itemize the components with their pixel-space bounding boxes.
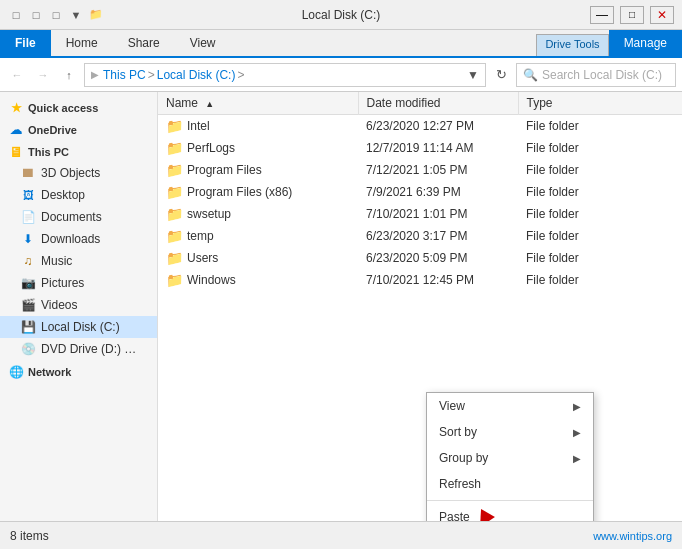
downloads-icon: ⬇ <box>20 231 36 247</box>
close-button[interactable]: ✕ <box>650 6 674 24</box>
file-name: PerfLogs <box>187 141 235 155</box>
refresh-button[interactable]: ↻ <box>490 64 512 86</box>
submenu-arrow: ▶ <box>573 453 581 464</box>
search-box[interactable]: 🔍 Search Local Disk (C:) <box>516 63 676 87</box>
sidebar-item-videos[interactable]: 🎬 Videos <box>0 294 157 316</box>
sidebar-item-music[interactable]: ♫ Music <box>0 250 157 272</box>
column-type[interactable]: Type <box>518 92 682 115</box>
sidebar-label-music: Music <box>41 254 72 268</box>
forward-button[interactable]: → <box>32 64 54 86</box>
window-title: Local Disk (C:) <box>302 8 381 22</box>
table-row[interactable]: 📁 temp 6/23/2020 3:17 PM File folder <box>158 225 682 247</box>
sidebar-item-pictures[interactable]: 📷 Pictures <box>0 272 157 294</box>
breadcrumb-thispc[interactable]: This PC <box>103 68 146 82</box>
maximize-button[interactable]: □ <box>620 6 644 24</box>
file-date: 6/23/2020 3:17 PM <box>358 225 518 247</box>
folder-icon: 📁 <box>166 206 182 222</box>
file-name-cell: 📁 Program Files (x86) <box>166 184 350 200</box>
sidebar-item-downloads[interactable]: ⬇ Downloads <box>0 228 157 250</box>
menu-item-groupby[interactable]: Group by▶ <box>427 445 593 471</box>
tab-drivetools-label: Drive Tools <box>536 34 608 56</box>
sidebar-item-desktop[interactable]: 🖼 Desktop <box>0 184 157 206</box>
address-path[interactable]: ▶ This PC > Local Disk (C:) > ▼ <box>84 63 486 87</box>
menu-item-sortby[interactable]: Sort by▶ <box>427 419 593 445</box>
file-name: temp <box>187 229 214 243</box>
sidebar-label-documents: Documents <box>41 210 102 224</box>
title-bar-controls: □ □ □ ▼ 📁 <box>8 7 104 23</box>
sidebar-item-onedrive[interactable]: ☁ OneDrive <box>0 118 157 140</box>
file-date: 6/23/2020 12:27 PM <box>358 115 518 138</box>
folder-icon: 📁 <box>88 7 104 23</box>
localdisk-icon: 💾 <box>20 319 36 335</box>
documents-icon: 📄 <box>20 209 36 225</box>
tab-manage[interactable]: Manage <box>609 30 682 56</box>
menu-item-label: Group by <box>439 451 488 465</box>
folder-icon: 📁 <box>166 250 182 266</box>
network-icon: 🌐 <box>8 364 24 380</box>
sidebar-label-dvd: DVD Drive (D:) CCS <box>41 342 141 356</box>
tab-home[interactable]: Home <box>51 30 113 56</box>
minimize-button[interactable]: — <box>590 6 614 24</box>
sidebar-item-quickaccess[interactable]: ★ Quick access <box>0 96 157 118</box>
column-datemodified[interactable]: Date modified <box>358 92 518 115</box>
context-menu: View▶Sort by▶Group by▶RefreshPastePaste … <box>426 392 594 521</box>
sidebar-item-network[interactable]: 🌐 Network <box>0 360 157 382</box>
file-date: 12/7/2019 11:14 AM <box>358 137 518 159</box>
file-type: File folder <box>518 247 682 269</box>
status-bar: 8 items www.wintips.org <box>0 521 682 549</box>
file-name-cell: 📁 Intel <box>166 118 350 134</box>
table-row[interactable]: 📁 Windows 7/10/2021 12:45 PM File folder <box>158 269 682 291</box>
sidebar-label-desktop: Desktop <box>41 188 85 202</box>
sidebar-item-3dobjects[interactable]: ⯀ 3D Objects <box>0 162 157 184</box>
file-name-cell: 📁 Users <box>166 250 350 266</box>
file-list-table: Name ▲ Date modified Type 📁 Intel <box>158 92 682 291</box>
3dobjects-icon: ⯀ <box>20 165 36 181</box>
file-date: 7/12/2021 1:05 PM <box>358 159 518 181</box>
sidebar-item-localdisk[interactable]: 💾 Local Disk (C:) <box>0 316 157 338</box>
column-name[interactable]: Name ▲ <box>158 92 358 115</box>
folder-icon: 📁 <box>166 140 182 156</box>
menu-item-label: Sort by <box>439 425 477 439</box>
file-type: File folder <box>518 159 682 181</box>
file-name: Program Files <box>187 163 262 177</box>
star-icon: ★ <box>8 100 24 116</box>
menu-item-paste[interactable]: Paste <box>427 504 593 521</box>
tab-view[interactable]: View <box>175 30 231 56</box>
file-name-cell: 📁 swsetup <box>166 206 350 222</box>
title-bar-icon-1: □ <box>8 7 24 23</box>
up-button[interactable]: ↑ <box>58 64 80 86</box>
status-item-count: 8 items <box>10 529 49 543</box>
sidebar-item-thispc[interactable]: 🖥 This PC <box>0 140 157 162</box>
search-placeholder: Search Local Disk (C:) <box>542 68 662 82</box>
table-row[interactable]: 📁 Program Files (x86) 7/9/2021 6:39 PM F… <box>158 181 682 203</box>
content-area: Name ▲ Date modified Type 📁 Intel <box>158 92 682 521</box>
file-date: 6/23/2020 5:09 PM <box>358 247 518 269</box>
sidebar-item-dvd[interactable]: 💿 DVD Drive (D:) CCS <box>0 338 157 360</box>
title-bar-icon-2: □ <box>28 7 44 23</box>
table-row[interactable]: 📁 swsetup 7/10/2021 1:01 PM File folder <box>158 203 682 225</box>
folder-icon: 📁 <box>166 118 182 134</box>
sidebar: ★ Quick access ☁ OneDrive 🖥 This PC ⯀ 3D… <box>0 92 158 521</box>
address-dropdown-arrow[interactable]: ▼ <box>467 68 479 82</box>
sidebar-item-documents[interactable]: 📄 Documents <box>0 206 157 228</box>
table-row[interactable]: 📁 Users 6/23/2020 5:09 PM File folder <box>158 247 682 269</box>
file-date: 7/9/2021 6:39 PM <box>358 181 518 203</box>
menu-item-refresh[interactable]: Refresh <box>427 471 593 497</box>
tab-share[interactable]: Share <box>113 30 175 56</box>
menu-item-label: Refresh <box>439 477 481 491</box>
file-type: File folder <box>518 115 682 138</box>
sidebar-label-downloads: Downloads <box>41 232 100 246</box>
back-button[interactable]: ← <box>6 64 28 86</box>
file-date: 7/10/2021 12:45 PM <box>358 269 518 291</box>
folder-icon: 📁 <box>166 162 182 178</box>
table-row[interactable]: 📁 PerfLogs 12/7/2019 11:14 AM File folde… <box>158 137 682 159</box>
breadcrumb-localdisk[interactable]: Local Disk (C:) <box>157 68 236 82</box>
folder-icon: 📁 <box>166 272 182 288</box>
file-name: Users <box>187 251 218 265</box>
submenu-arrow: ▶ <box>573 427 581 438</box>
onedrive-icon: ☁ <box>8 122 24 138</box>
table-row[interactable]: 📁 Program Files 7/12/2021 1:05 PM File f… <box>158 159 682 181</box>
table-row[interactable]: 📁 Intel 6/23/2020 12:27 PM File folder <box>158 115 682 138</box>
menu-item-view[interactable]: View▶ <box>427 393 593 419</box>
tab-file[interactable]: File <box>0 30 51 56</box>
